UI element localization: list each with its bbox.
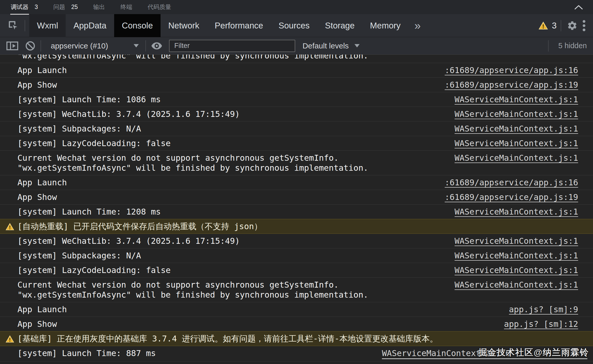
console-row: App Launch :61689/appservice/app.js:16 bbox=[0, 175, 593, 190]
source-link[interactable]: WAServiceMainContext.js:1 bbox=[454, 265, 578, 275]
divider bbox=[41, 40, 41, 52]
tab-console[interactable]: Console bbox=[114, 14, 161, 37]
divider bbox=[561, 20, 561, 31]
console-message: [system] Launch Time: 1086 ms bbox=[17, 95, 454, 105]
console-message-line: App Launch bbox=[17, 178, 437, 188]
no-entry-clear-icon bbox=[25, 41, 35, 51]
panel-tab-output[interactable]: 输出 bbox=[93, 3, 105, 11]
tab-sources[interactable]: Sources bbox=[271, 14, 317, 37]
source-link[interactable]: app.js? [sm]:12 bbox=[504, 319, 578, 329]
triangle-down-icon bbox=[134, 44, 139, 47]
console-row: App Launch app.js? [sm]:9 bbox=[0, 302, 593, 317]
source-link[interactable]: WAServiceMainContext.js:1 bbox=[454, 207, 578, 217]
kebab-menu-icon bbox=[582, 20, 586, 32]
source-link[interactable]: :61689/appservice/app.js:16 bbox=[445, 178, 578, 188]
tab-wxml[interactable]: Wxml bbox=[29, 14, 66, 37]
hidden-messages-count: 5 hidden bbox=[558, 42, 587, 50]
console-row: [system] WeChatLib: 3.7.4 (2025.1.6 17:1… bbox=[0, 234, 593, 248]
eye-icon bbox=[151, 42, 162, 50]
console-sidebar-toggle-button[interactable] bbox=[6, 41, 18, 51]
console-toolbar: appservice (#10) Default levels 5 hidden bbox=[0, 37, 593, 55]
collapse-panel-button[interactable] bbox=[573, 3, 584, 12]
live-expression-eye-button[interactable] bbox=[151, 42, 162, 50]
console-output: "wx.getSystemInfoAsync" will be finished… bbox=[0, 55, 593, 364]
console-message-line: [system] WeChatLib: 3.7.4 (2025.1.6 17:1… bbox=[17, 236, 447, 246]
warning-count: 3 bbox=[552, 21, 557, 31]
warning-icon bbox=[6, 335, 14, 343]
source-link[interactable]: WAServiceMainContext.js:1 bbox=[454, 280, 578, 290]
divider bbox=[145, 40, 146, 52]
tab-storage[interactable]: Storage bbox=[317, 14, 362, 37]
console-message-line: [基础库] 正在使用灰度中的基础库 3.7.4 进行调试。如有问题，请前往工具栏… bbox=[17, 334, 570, 344]
console-message-line: "wx.getSystemInfoAsync" will be finished… bbox=[17, 163, 447, 173]
console-row: [system] Launch Time: 887 ms WAServiceMa… bbox=[0, 346, 593, 361]
console-message: App Show bbox=[17, 319, 504, 329]
console-message: App Show bbox=[17, 80, 445, 90]
panel-tab-problems[interactable]: 问题25 bbox=[53, 3, 78, 11]
tab-memory[interactable]: Memory bbox=[362, 14, 408, 37]
source-link[interactable]: WAServiceMainContext.js:1 bbox=[454, 153, 578, 163]
source-link[interactable]: WAServiceMainContext.js:1 bbox=[454, 95, 578, 105]
console-message: App Launch bbox=[17, 65, 445, 75]
divider bbox=[25, 20, 25, 31]
more-tabs-button[interactable]: » bbox=[412, 20, 423, 31]
panel-tab-label: 输出 bbox=[93, 3, 105, 11]
panel-tab-count: 25 bbox=[71, 4, 78, 11]
console-message-line: [system] LazyCodeLoading: false bbox=[17, 138, 447, 148]
issues-warning-badge[interactable]: 3 bbox=[539, 21, 557, 31]
source-link[interactable]: WAServiceMainContext…22776 bbox=[382, 348, 587, 359]
console-row: App Show :61689/appservice/app.js:19 bbox=[0, 77, 593, 92]
source-link[interactable]: WAServiceMainContext.js:1 bbox=[454, 124, 578, 134]
console-row: App Show :61689/appservice/app.js:19 bbox=[0, 190, 593, 204]
console-message-line: App Launch bbox=[17, 305, 501, 315]
source-link[interactable]: WAServiceMainContext.js:1 bbox=[454, 109, 578, 119]
console-message-line: [自动热重载] 已开启代码文件保存后自动热重载（不支持 json） bbox=[17, 221, 570, 231]
console-message: [system] WeChatLib: 3.7.4 (2025.1.6 17:1… bbox=[17, 236, 454, 246]
console-row: [基础库] 正在使用灰度中的基础库 3.7.4 进行调试。如有问题，请前往工具栏… bbox=[0, 331, 593, 346]
source-link[interactable]: WAServiceMainContext.js:1 bbox=[454, 251, 578, 261]
source-link[interactable]: :61689/appservice/app.js:19 bbox=[445, 80, 578, 90]
log-levels-dropdown[interactable]: Default levels bbox=[302, 42, 359, 50]
inspect-element-button[interactable] bbox=[6, 18, 21, 33]
console-message: [自动热重载] 已开启代码文件保存后自动热重载（不支持 json） bbox=[17, 221, 578, 231]
source-link[interactable]: app.js? [sm]:9 bbox=[509, 305, 578, 315]
source-link[interactable]: WAServiceMainContext.js:1 bbox=[454, 138, 578, 148]
menu-button[interactable] bbox=[582, 20, 586, 32]
execution-context-selector[interactable]: appservice (#10) bbox=[46, 42, 140, 50]
console-row: Current Wechat version do not support as… bbox=[0, 277, 593, 302]
panel-tabs: 调试器3问题25输出终端代码质量 bbox=[11, 3, 171, 11]
console-row: App Launch :61689/appservice/app.js:16 bbox=[0, 63, 593, 77]
clear-console-button[interactable] bbox=[25, 41, 35, 51]
console-message: Current Wechat version do not support as… bbox=[17, 153, 454, 173]
source-link[interactable]: :61689/appservice/app.js:19 bbox=[445, 192, 578, 202]
tab-network[interactable]: Network bbox=[161, 14, 207, 37]
wechat-devtools-debugger-panel: 调试器3问题25输出终端代码质量 WxmlAppDataConsoleNetwo… bbox=[0, 0, 593, 364]
console-row: [system] Launch Time: 1208 ms WAServiceM… bbox=[0, 204, 593, 219]
panel-tab-count: 3 bbox=[35, 4, 38, 11]
console-filter-input[interactable] bbox=[169, 40, 295, 52]
console-message-line: [system] WeChatLib: 3.7.4 (2025.1.6 17:1… bbox=[17, 109, 447, 119]
console-row: [自动热重载] 已开启代码文件保存后自动热重载（不支持 json） bbox=[0, 219, 593, 234]
warning-triangle-icon bbox=[539, 22, 548, 30]
console-message-line: App Launch bbox=[17, 65, 437, 75]
console-row: [system] Launch Time: 1086 ms WAServiceM… bbox=[0, 92, 593, 107]
source-link[interactable]: :61689/appservice/app.js:16 bbox=[445, 65, 578, 75]
console-message-line: "wx.getSystemInfoAsync" will be finished… bbox=[17, 290, 447, 300]
source-link[interactable]: WAServiceMainContext.js:1 bbox=[454, 236, 578, 246]
tab-appdata[interactable]: AppData bbox=[66, 14, 114, 37]
devtools-tabbar: WxmlAppDataConsoleNetworkPerformanceSour… bbox=[0, 14, 593, 37]
console-message: App Show bbox=[17, 192, 445, 202]
console-row: [system] LazyCodeLoading: false WAServic… bbox=[0, 263, 593, 277]
console-message-line: [system] Launch Time: 1208 ms bbox=[17, 207, 447, 217]
panel-tab-terminal[interactable]: 终端 bbox=[120, 3, 132, 11]
console-message-line: [system] Subpackages: N/A bbox=[17, 124, 447, 134]
console-row: [system] Subpackages: N/A WAServiceMainC… bbox=[0, 248, 593, 263]
console-row: "wx.getSystemInfoAsync" will be finished… bbox=[0, 55, 593, 63]
tab-performance[interactable]: Performance bbox=[207, 14, 271, 37]
gear-icon bbox=[567, 20, 578, 31]
console-message-line: App Show bbox=[17, 80, 437, 90]
panel-tab-code-quality[interactable]: 代码质量 bbox=[147, 3, 171, 11]
panel-tab-debugger[interactable]: 调试器3 bbox=[11, 3, 38, 11]
panel-tab-label: 代码质量 bbox=[147, 3, 171, 11]
settings-button[interactable] bbox=[567, 20, 578, 31]
